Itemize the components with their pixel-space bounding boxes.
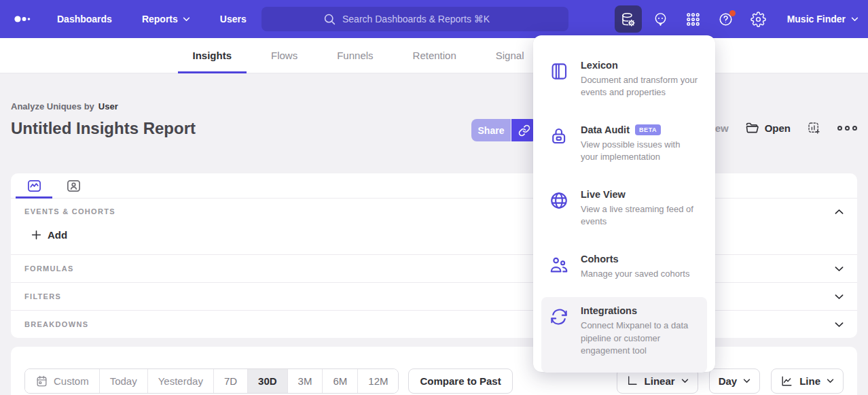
settings-button[interactable] xyxy=(745,5,772,33)
add-to-dashboard-icon xyxy=(807,121,821,135)
analysis-context: Analyze Uniques byUser xyxy=(11,101,118,111)
section-formulas[interactable]: FORMULAS xyxy=(11,254,857,282)
range-7d[interactable]: 7D xyxy=(213,369,247,393)
help-button[interactable] xyxy=(712,5,740,33)
top-navigation: Dashboards Reports Users xyxy=(0,0,868,38)
nav-users-label: Users xyxy=(220,14,247,24)
chevron-up-icon[interactable] xyxy=(835,209,844,215)
search-icon xyxy=(323,13,336,26)
more-options-button[interactable] xyxy=(837,126,857,131)
linear-scale-icon xyxy=(626,375,638,387)
page-title: Untitled Insights Report xyxy=(11,119,196,138)
data-audit-lock-icon xyxy=(549,124,569,164)
nav-reports[interactable]: Reports xyxy=(142,14,190,24)
mixpanel-logo[interactable] xyxy=(14,14,34,24)
primary-nav: Dashboards Reports Users xyxy=(57,14,247,24)
section-events-cohorts[interactable]: EVENTS & COHORTS xyxy=(11,199,857,220)
context-value-selector[interactable]: User xyxy=(98,101,118,111)
beta-badge: BETA xyxy=(635,124,661,135)
menu-item-cohorts[interactable]: Cohorts Manage your saved cohorts xyxy=(541,245,707,288)
chevron-down-icon xyxy=(183,17,190,22)
query-builder-card: EVENTS & COHORTS Add FORMULAS FILTERS BR… xyxy=(11,173,857,338)
data-management-menu: Lexicon Document and transform your even… xyxy=(533,35,715,372)
open-report-button[interactable]: Open xyxy=(745,121,791,135)
chevron-down-icon[interactable] xyxy=(835,322,844,328)
tab-funnels[interactable]: Funnels xyxy=(337,38,373,73)
profiles-tab[interactable] xyxy=(60,173,87,198)
formulas-label: FORMULAS xyxy=(24,264,74,273)
data-management-icon xyxy=(620,12,636,27)
report-tabbar: Insights Flows Funnels Retention Signal … xyxy=(0,38,868,73)
chevron-down-icon[interactable] xyxy=(835,266,844,272)
project-name: Music Finder xyxy=(787,14,846,24)
more-options-icon xyxy=(837,126,842,131)
chevron-down-icon xyxy=(681,379,689,383)
add-event-button[interactable]: Add xyxy=(31,229,67,241)
chart-type-dropdown[interactable]: Line xyxy=(771,368,844,394)
add-to-dashboard-button[interactable] xyxy=(807,121,821,135)
range-custom-label: Custom xyxy=(54,375,89,387)
context-prefix: Analyze Uniques by xyxy=(11,101,94,111)
nav-dashboards[interactable]: Dashboards xyxy=(57,14,112,24)
cohorts-users-icon xyxy=(549,254,569,280)
lexicon-description: Document and transform your events and p… xyxy=(581,74,698,99)
range-3m[interactable]: 3M xyxy=(287,369,323,393)
notification-dot xyxy=(729,10,736,16)
profiles-tab-icon xyxy=(66,178,82,194)
cohorts-title: Cohorts xyxy=(581,254,619,264)
range-yesterday[interactable]: Yesterday xyxy=(147,369,213,393)
compare-to-past-button[interactable]: Compare to Past xyxy=(408,368,512,394)
range-custom[interactable]: Custom xyxy=(25,369,99,393)
live-view-title: Live View xyxy=(581,189,626,200)
apps-grid-button[interactable] xyxy=(680,5,707,33)
integrations-title: Integrations xyxy=(581,305,637,316)
share-button-group: Share xyxy=(471,119,537,141)
data-audit-description: View possible issues with your implement… xyxy=(581,139,698,164)
range-30d[interactable]: 30D xyxy=(247,369,287,393)
calendar-icon xyxy=(35,375,48,388)
feedback-button[interactable] xyxy=(647,5,674,33)
tab-insights[interactable]: Insights xyxy=(193,38,232,73)
chevron-down-icon xyxy=(827,379,834,383)
section-filters[interactable]: FILTERS xyxy=(11,282,857,310)
lexicon-title: Lexicon xyxy=(581,60,618,71)
filters-label: FILTERS xyxy=(24,292,61,300)
tab-retention[interactable]: Retention xyxy=(413,38,456,73)
plus-icon xyxy=(31,230,41,240)
tab-flows[interactable]: Flows xyxy=(271,38,297,73)
section-breakdowns[interactable]: BREAKDOWNS xyxy=(11,310,857,338)
menu-item-integrations[interactable]: Integrations Connect Mixpanel to a data … xyxy=(541,297,707,372)
breakdowns-label: BREAKDOWNS xyxy=(24,320,88,328)
range-6m[interactable]: 6M xyxy=(322,369,357,393)
interval-dropdown[interactable]: Day xyxy=(709,368,761,394)
menu-item-live-view[interactable]: Live View View a live streaming feed of … xyxy=(541,181,707,237)
share-button[interactable]: Share xyxy=(471,119,511,141)
chart-toolbar-card: Custom Today Yesterday 7D 30D 3M 6M 12M … xyxy=(11,347,857,395)
scale-label: Linear xyxy=(645,375,675,387)
data-audit-title: Data Audit xyxy=(581,124,630,135)
open-report-label: Open xyxy=(765,122,791,134)
nav-users[interactable]: Users xyxy=(220,14,247,24)
range-today[interactable]: Today xyxy=(99,369,147,393)
live-view-globe-icon xyxy=(549,189,569,228)
project-switcher[interactable]: Music Finder xyxy=(787,14,858,24)
search-input[interactable] xyxy=(342,14,507,24)
line-chart-icon xyxy=(780,375,793,388)
metrics-tab[interactable] xyxy=(20,173,48,198)
tab-signal[interactable]: Signal xyxy=(496,38,524,73)
app-root: Dashboards Reports Users xyxy=(0,0,868,395)
menu-item-lexicon[interactable]: Lexicon Document and transform your even… xyxy=(541,52,707,107)
integrations-sync-icon xyxy=(549,305,569,357)
live-view-description: View a live streaming feed of events xyxy=(581,203,698,228)
nav-right-cluster: Music Finder xyxy=(615,0,858,38)
chart-type-label: Line xyxy=(799,375,820,387)
chevron-down-icon[interactable] xyxy=(835,294,844,300)
range-12m[interactable]: 12M xyxy=(357,369,398,393)
menu-item-data-audit[interactable]: Data Audit BETA View possible issues wit… xyxy=(541,116,707,172)
query-panel-tabs xyxy=(11,173,857,199)
nav-dashboards-label: Dashboards xyxy=(57,14,112,24)
add-event-label: Add xyxy=(48,229,67,241)
data-management-button[interactable] xyxy=(615,5,642,33)
link-icon xyxy=(518,124,530,137)
global-search[interactable] xyxy=(261,7,568,31)
